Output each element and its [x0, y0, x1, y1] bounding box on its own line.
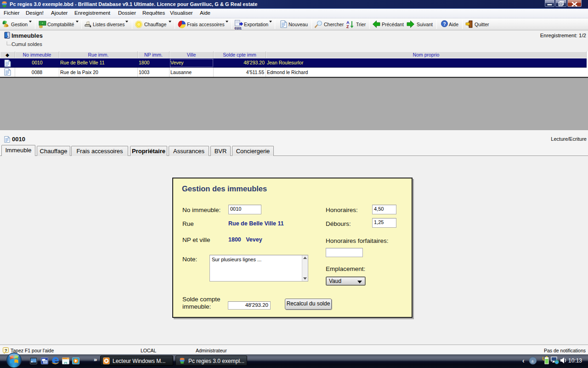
svg-text:a: a	[531, 358, 534, 363]
svg-text:Z: Z	[346, 24, 349, 29]
svg-text:0101: 0101	[235, 26, 242, 30]
svg-text:?: ?	[443, 22, 446, 27]
svg-text:?: ?	[5, 348, 7, 353]
